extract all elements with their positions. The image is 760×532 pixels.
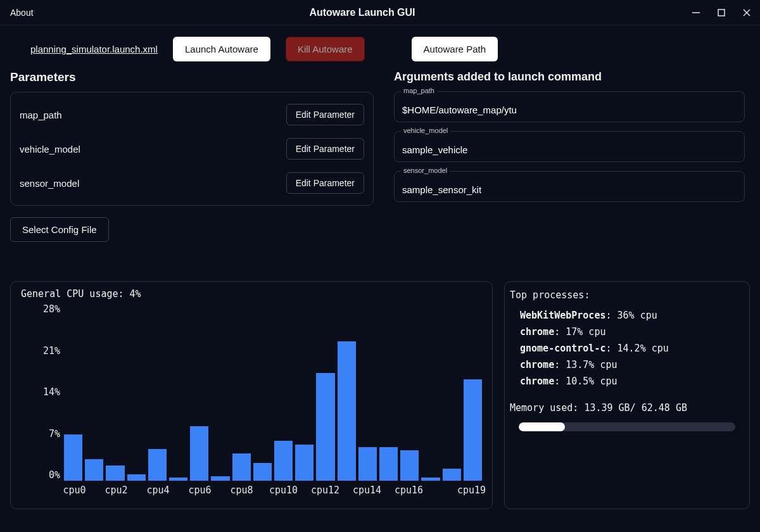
- parameter-row: sensor_modelEdit Parameter: [20, 166, 364, 200]
- parameter-row: vehicle_modelEdit Parameter: [20, 132, 364, 166]
- process-cpu-value: 17% cpu: [566, 326, 605, 338]
- cpu-bar: [316, 373, 334, 481]
- process-name: chrome: [520, 376, 554, 387]
- argument-field[interactable]: vehicle_modelsample_vehicle: [394, 131, 745, 162]
- process-row: WebKitWebProces: 36% cpu: [510, 307, 744, 324]
- cpu-bar: [85, 459, 103, 481]
- x-tick-label: cpu16: [395, 484, 423, 496]
- window-title: Autoware Launch GUI: [61, 7, 664, 18]
- kill-autoware-button[interactable]: Kill Autoware: [286, 37, 365, 61]
- argument-label: map_path: [401, 87, 437, 94]
- x-tick-label: cpu6: [188, 484, 211, 496]
- x-tick-label: cpu14: [353, 484, 381, 496]
- y-tick-label: 28%: [26, 303, 60, 315]
- argument-value: sample_sensor_kit: [402, 184, 737, 195]
- close-button[interactable]: [741, 7, 752, 18]
- cpu-bar-chart: [64, 303, 482, 481]
- argument-value: $HOME/autoware_map/ytu: [402, 104, 737, 115]
- argument-field[interactable]: sensor_modelsample_sensor_kit: [394, 171, 745, 202]
- minimize-button[interactable]: [690, 7, 702, 18]
- cpu-bar: [211, 476, 229, 481]
- cpu-bar: [106, 466, 124, 481]
- svg-rect-1: [718, 10, 725, 16]
- process-cpu-value: 10.5% cpu: [566, 376, 617, 387]
- x-tick-label: cpu0: [63, 484, 86, 496]
- argument-label: vehicle_model: [401, 127, 450, 134]
- titlebar: About Autoware Launch GUI: [0, 0, 760, 25]
- processes-panel: Top processes: WebKitWebProces: 36% cpuc…: [504, 281, 750, 509]
- cpu-bar: [338, 341, 356, 481]
- cpu-usage-panel: General CPU usage: 4% 28%21%14%7%0% cpu0…: [10, 281, 493, 509]
- edit-parameter-button[interactable]: Edit Parameter: [286, 138, 364, 160]
- arguments-heading: Arguments added to launch command: [394, 70, 745, 84]
- select-config-button[interactable]: Select Config File: [10, 217, 109, 242]
- y-tick-label: 21%: [26, 345, 60, 357]
- autoware-path-button[interactable]: Autoware Path: [412, 37, 498, 61]
- argument-label: sensor_model: [401, 167, 450, 174]
- cpu-bar: [464, 379, 482, 481]
- toolbar: planning_simulator.launch.xml Launch Aut…: [0, 25, 760, 70]
- process-cpu-value: 14.2% cpu: [618, 343, 669, 354]
- process-cpu-value: 36% cpu: [618, 310, 657, 321]
- cpu-bar: [127, 474, 146, 481]
- cpu-bar: [443, 469, 461, 481]
- about-menu[interactable]: About: [10, 8, 61, 18]
- y-tick-label: 14%: [26, 386, 60, 398]
- cpu-bar: [190, 426, 208, 481]
- cpu-bar: [64, 434, 82, 481]
- cpu-bar: [148, 449, 167, 481]
- cpu-bar: [379, 447, 398, 481]
- cpu-bar: [169, 478, 187, 481]
- x-tick-label: cpu12: [311, 484, 339, 496]
- maximize-button[interactable]: [716, 7, 727, 18]
- x-tick-label: cpu2: [104, 484, 127, 496]
- x-tick-label: cpu8: [230, 484, 253, 496]
- process-cpu-value: 13.7% cpu: [566, 359, 617, 370]
- edit-parameter-button[interactable]: Edit Parameter: [286, 172, 364, 194]
- y-tick-label: 0%: [26, 469, 60, 481]
- launch-autoware-button[interactable]: Launch Autoware: [173, 37, 270, 61]
- y-tick-label: 7%: [26, 428, 60, 440]
- process-row: gnome-control-c: 14.2% cpu: [510, 340, 744, 357]
- argument-value: sample_vehicle: [402, 144, 737, 155]
- cpu-bar: [421, 478, 440, 481]
- process-row: chrome: 13.7% cpu: [510, 357, 744, 373]
- launch-file-link[interactable]: planning_simulator.launch.xml: [30, 44, 158, 54]
- process-name: gnome-control-c: [520, 343, 605, 354]
- cpu-bar: [358, 447, 377, 481]
- memory-usage-text: Memory used: 13.39 GB/ 62.48 GB: [510, 402, 744, 414]
- cpu-bar: [232, 453, 251, 481]
- process-name: chrome: [520, 359, 554, 370]
- cpu-bar: [400, 450, 419, 481]
- process-name: chrome: [520, 326, 554, 338]
- parameter-row: map_pathEdit Parameter: [20, 98, 364, 132]
- parameter-name: map_path: [20, 110, 62, 120]
- parameter-name: vehicle_model: [20, 144, 80, 155]
- edit-parameter-button[interactable]: Edit Parameter: [286, 104, 364, 125]
- x-tick-label: cpu4: [146, 484, 169, 496]
- parameter-name: sensor_model: [20, 178, 79, 189]
- cpu-bar: [253, 463, 272, 481]
- parameters-heading: Parameters: [10, 70, 374, 84]
- x-tick-label: cpu10: [269, 484, 298, 496]
- cpu-bar: [274, 441, 293, 481]
- cpu-bar: [295, 445, 314, 481]
- memory-progress-bar: [519, 422, 735, 431]
- argument-field[interactable]: map_path$HOME/autoware_map/ytu: [394, 91, 745, 122]
- process-row: chrome: 17% cpu: [510, 324, 744, 340]
- parameters-panel: map_pathEdit Parametervehicle_modelEdit …: [10, 92, 374, 206]
- cpu-usage-title: General CPU usage: 4%: [16, 288, 487, 303]
- process-name: WebKitWebProces: [520, 310, 605, 321]
- process-row: chrome: 10.5% cpu: [510, 373, 744, 390]
- x-tick-label: cpu19: [457, 484, 486, 496]
- processes-heading: Top processes:: [510, 289, 744, 301]
